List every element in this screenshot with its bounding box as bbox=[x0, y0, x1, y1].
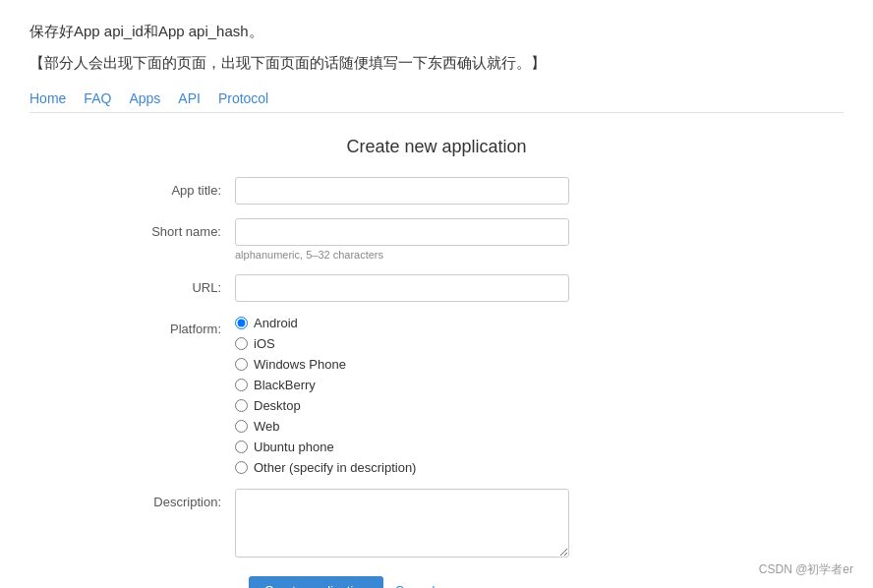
create-application-button[interactable]: Create application bbox=[249, 576, 383, 588]
nav-faq[interactable]: FAQ bbox=[84, 90, 111, 106]
nav-api[interactable]: API bbox=[178, 90, 201, 106]
create-application-form: Create new application App title: Short … bbox=[117, 137, 756, 588]
short-name-field: alphanumeric, 5–32 characters bbox=[235, 218, 756, 261]
platform-ios[interactable]: iOS bbox=[235, 336, 756, 351]
short-name-row: Short name: alphanumeric, 5–32 character… bbox=[117, 218, 756, 261]
platform-row: Platform: Android iOS Windows Phone Blac… bbox=[117, 316, 756, 475]
platform-ubuntu-phone[interactable]: Ubuntu phone bbox=[235, 440, 756, 454]
notice-line1: 保存好App api_id和App api_hash。 bbox=[29, 20, 844, 43]
url-row: URL: bbox=[117, 274, 756, 302]
description-field bbox=[235, 489, 756, 560]
platform-windows-phone[interactable]: Windows Phone bbox=[235, 357, 756, 372]
platform-blackberry[interactable]: BlackBerry bbox=[235, 378, 756, 392]
url-input[interactable] bbox=[235, 274, 569, 302]
description-row: Description: bbox=[117, 489, 756, 560]
platform-android[interactable]: Android bbox=[235, 316, 756, 330]
short-name-label: Short name: bbox=[117, 218, 235, 239]
cancel-button[interactable]: Cancel bbox=[395, 583, 435, 588]
form-buttons: Create application Cancel bbox=[117, 576, 756, 588]
short-name-hint: alphanumeric, 5–32 characters bbox=[235, 249, 756, 261]
description-input[interactable] bbox=[235, 489, 569, 558]
app-title-field bbox=[235, 177, 756, 205]
url-label: URL: bbox=[117, 274, 235, 295]
url-field bbox=[235, 274, 756, 302]
form-title: Create new application bbox=[117, 137, 756, 157]
app-title-row: App title: bbox=[117, 177, 756, 205]
nav-home[interactable]: Home bbox=[29, 90, 66, 106]
nav-apps[interactable]: Apps bbox=[129, 90, 160, 106]
platform-label: Platform: bbox=[117, 316, 235, 336]
watermark: CSDN @初学者er bbox=[759, 561, 853, 578]
app-title-input[interactable] bbox=[235, 177, 569, 205]
description-label: Description: bbox=[117, 489, 235, 509]
app-title-label: App title: bbox=[117, 177, 235, 198]
notice-line2: 【部分人会出现下面的页面，出现下面页面的话随便填写一下东西确认就行。】 bbox=[29, 51, 844, 75]
short-name-input[interactable] bbox=[235, 218, 569, 246]
platform-desktop[interactable]: Desktop bbox=[235, 398, 756, 413]
platform-web[interactable]: Web bbox=[235, 419, 756, 434]
platform-other[interactable]: Other (specify in description) bbox=[235, 460, 756, 475]
navigation: Home FAQ Apps API Protocol bbox=[29, 90, 844, 113]
nav-protocol[interactable]: Protocol bbox=[218, 90, 268, 106]
platform-field: Android iOS Windows Phone BlackBerry Des… bbox=[235, 316, 756, 475]
